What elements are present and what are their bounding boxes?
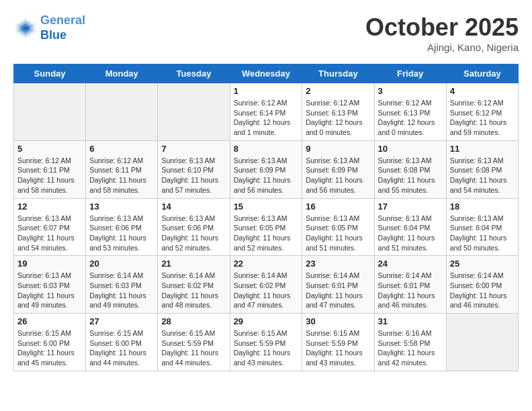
cell-details: Sunrise: 6:14 AMSunset: 6:00 PMDaylight:… (450, 271, 515, 310)
day-number: 21 (161, 259, 226, 269)
day-number: 26 (17, 316, 82, 326)
weekday-header-thursday: Thursday (302, 64, 374, 83)
cell-details: Sunrise: 6:15 AMSunset: 5:59 PMDaylight:… (161, 328, 226, 368)
cell-details: Sunrise: 6:13 AMSunset: 6:03 PMDaylight:… (17, 271, 82, 310)
calendar-cell: 28Sunrise: 6:15 AMSunset: 5:59 PMDayligh… (158, 314, 230, 371)
page-header: General Blue October 2025 Ajingi, Kano, … (13, 13, 519, 53)
cell-details: Sunrise: 6:13 AMSunset: 6:10 PMDaylight:… (161, 156, 226, 195)
cell-details: Sunrise: 6:14 AMSunset: 6:02 PMDaylight:… (234, 271, 299, 310)
calendar-cell: 27Sunrise: 6:15 AMSunset: 6:00 PMDayligh… (86, 314, 158, 371)
calendar-cell: 7Sunrise: 6:13 AMSunset: 6:10 PMDaylight… (158, 140, 230, 198)
calendar-cell: 23Sunrise: 6:14 AMSunset: 6:01 PMDayligh… (302, 256, 374, 314)
calendar-cell: 24Sunrise: 6:14 AMSunset: 6:01 PMDayligh… (374, 256, 446, 314)
calendar-cell: 1Sunrise: 6:12 AMSunset: 6:14 PMDaylight… (230, 83, 302, 141)
cell-details: Sunrise: 6:15 AMSunset: 5:59 PMDaylight:… (306, 328, 370, 368)
cell-details: Sunrise: 6:13 AMSunset: 6:04 PMDaylight:… (450, 214, 515, 253)
calendar-cell: 26Sunrise: 6:15 AMSunset: 6:00 PMDayligh… (14, 314, 86, 371)
cell-details: Sunrise: 6:13 AMSunset: 6:05 PMDaylight:… (234, 214, 299, 253)
calendar-cell: 8Sunrise: 6:13 AMSunset: 6:09 PMDaylight… (230, 140, 302, 198)
calendar-cell: 30Sunrise: 6:15 AMSunset: 5:59 PMDayligh… (302, 314, 374, 371)
day-number: 30 (306, 316, 370, 326)
calendar-table: SundayMondayTuesdayWednesdayThursdayFrid… (13, 64, 519, 371)
cell-details: Sunrise: 6:14 AMSunset: 6:01 PMDaylight:… (306, 271, 370, 310)
calendar-cell (158, 83, 230, 141)
day-number: 17 (378, 201, 443, 212)
cell-details: Sunrise: 6:12 AMSunset: 6:11 PMDaylight:… (89, 156, 154, 195)
day-number: 13 (89, 201, 154, 212)
day-number: 20 (89, 259, 154, 269)
calendar-cell: 4Sunrise: 6:12 AMSunset: 6:12 PMDaylight… (446, 83, 518, 141)
day-number: 25 (450, 259, 515, 269)
logo: General Blue (13, 13, 85, 42)
cell-details: Sunrise: 6:12 AMSunset: 6:11 PMDaylight:… (17, 156, 82, 195)
calendar-cell: 16Sunrise: 6:13 AMSunset: 6:05 PMDayligh… (302, 198, 374, 256)
logo-text: General Blue (40, 13, 85, 42)
day-number: 8 (234, 144, 299, 154)
day-number: 6 (89, 144, 154, 154)
calendar-cell: 14Sunrise: 6:13 AMSunset: 6:06 PMDayligh… (158, 198, 230, 256)
cell-details: Sunrise: 6:12 AMSunset: 6:12 PMDaylight:… (450, 98, 515, 138)
calendar-cell: 29Sunrise: 6:15 AMSunset: 5:59 PMDayligh… (230, 314, 302, 371)
day-number: 24 (378, 259, 443, 269)
calendar-cell: 21Sunrise: 6:14 AMSunset: 6:02 PMDayligh… (158, 256, 230, 314)
calendar-cell: 11Sunrise: 6:13 AMSunset: 6:08 PMDayligh… (446, 140, 518, 198)
calendar-cell: 12Sunrise: 6:13 AMSunset: 6:07 PMDayligh… (14, 198, 86, 256)
day-number: 9 (306, 144, 370, 154)
cell-details: Sunrise: 6:13 AMSunset: 6:06 PMDaylight:… (89, 214, 154, 253)
calendar-cell: 31Sunrise: 6:16 AMSunset: 5:58 PMDayligh… (374, 314, 446, 371)
day-number: 22 (234, 259, 299, 269)
calendar-cell: 2Sunrise: 6:12 AMSunset: 6:13 PMDaylight… (302, 83, 374, 141)
cell-details: Sunrise: 6:14 AMSunset: 6:01 PMDaylight:… (378, 271, 443, 310)
calendar-cell: 18Sunrise: 6:13 AMSunset: 6:04 PMDayligh… (446, 198, 518, 256)
calendar-cell: 20Sunrise: 6:14 AMSunset: 6:03 PMDayligh… (86, 256, 158, 314)
calendar-cell: 19Sunrise: 6:13 AMSunset: 6:03 PMDayligh… (14, 256, 86, 314)
weekday-header-saturday: Saturday (446, 64, 518, 83)
day-number: 29 (234, 316, 299, 326)
cell-details: Sunrise: 6:12 AMSunset: 6:13 PMDaylight:… (306, 98, 370, 138)
month-title: October 2025 (365, 13, 519, 42)
day-number: 28 (161, 316, 226, 326)
calendar-cell: 13Sunrise: 6:13 AMSunset: 6:06 PMDayligh… (86, 198, 158, 256)
cell-details: Sunrise: 6:15 AMSunset: 6:00 PMDaylight:… (89, 328, 154, 368)
day-number: 19 (17, 259, 82, 269)
cell-details: Sunrise: 6:16 AMSunset: 5:58 PMDaylight:… (378, 328, 443, 368)
weekday-header-monday: Monday (86, 64, 158, 83)
day-number: 23 (306, 259, 370, 269)
title-block: October 2025 Ajingi, Kano, Nigeria (365, 13, 519, 53)
calendar-cell: 15Sunrise: 6:13 AMSunset: 6:05 PMDayligh… (230, 198, 302, 256)
weekday-header-friday: Friday (374, 64, 446, 83)
cell-details: Sunrise: 6:13 AMSunset: 6:09 PMDaylight:… (234, 156, 299, 195)
weekday-header-wednesday: Wednesday (230, 64, 302, 83)
day-number: 4 (450, 86, 515, 96)
calendar-cell: 9Sunrise: 6:13 AMSunset: 6:09 PMDaylight… (302, 140, 374, 198)
day-number: 15 (234, 201, 299, 212)
calendar-cell: 3Sunrise: 6:12 AMSunset: 6:13 PMDaylight… (374, 83, 446, 141)
calendar-cell: 6Sunrise: 6:12 AMSunset: 6:11 PMDaylight… (86, 140, 158, 198)
cell-details: Sunrise: 6:13 AMSunset: 6:05 PMDaylight:… (306, 214, 370, 253)
calendar-cell (14, 83, 86, 141)
day-number: 31 (378, 316, 443, 326)
weekday-header-sunday: Sunday (14, 64, 86, 83)
cell-details: Sunrise: 6:12 AMSunset: 6:14 PMDaylight:… (234, 98, 299, 138)
day-number: 12 (17, 201, 82, 212)
cell-details: Sunrise: 6:14 AMSunset: 6:02 PMDaylight:… (161, 271, 226, 310)
cell-details: Sunrise: 6:14 AMSunset: 6:03 PMDaylight:… (89, 271, 154, 310)
location: Ajingi, Kano, Nigeria (365, 42, 519, 53)
cell-details: Sunrise: 6:13 AMSunset: 6:08 PMDaylight:… (378, 156, 443, 195)
calendar-cell: 5Sunrise: 6:12 AMSunset: 6:11 PMDaylight… (14, 140, 86, 198)
cell-details: Sunrise: 6:15 AMSunset: 5:59 PMDaylight:… (234, 328, 299, 368)
cell-details: Sunrise: 6:13 AMSunset: 6:08 PMDaylight:… (450, 156, 515, 195)
calendar-cell: 22Sunrise: 6:14 AMSunset: 6:02 PMDayligh… (230, 256, 302, 314)
cell-details: Sunrise: 6:13 AMSunset: 6:07 PMDaylight:… (17, 214, 82, 253)
calendar-cell: 25Sunrise: 6:14 AMSunset: 6:00 PMDayligh… (446, 256, 518, 314)
day-number: 14 (161, 201, 226, 212)
day-number: 11 (450, 144, 515, 154)
day-number: 2 (306, 86, 370, 96)
day-number: 5 (17, 144, 82, 154)
calendar-cell: 17Sunrise: 6:13 AMSunset: 6:04 PMDayligh… (374, 198, 446, 256)
day-number: 16 (306, 201, 370, 212)
calendar-cell (86, 83, 158, 141)
day-number: 7 (161, 144, 226, 154)
weekday-header-tuesday: Tuesday (158, 64, 230, 83)
cell-details: Sunrise: 6:15 AMSunset: 6:00 PMDaylight:… (17, 328, 82, 368)
